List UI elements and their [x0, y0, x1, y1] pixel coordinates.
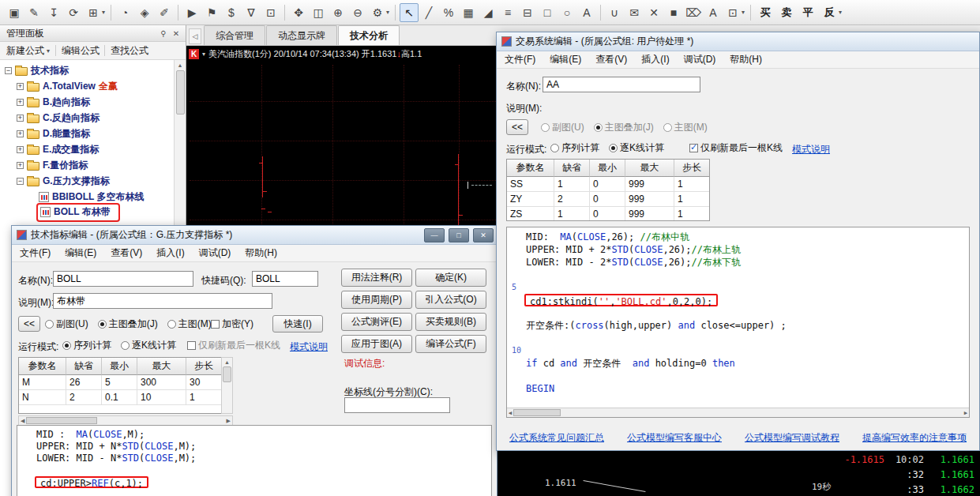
scroll-right-icon[interactable]: ▶ — [227, 418, 231, 424]
edit-formula-link[interactable]: 编辑公式 — [62, 44, 100, 58]
usage-period-button[interactable]: 使用周期(P) — [341, 291, 412, 309]
page-layout-icon[interactable]: ⊞ — [84, 3, 103, 22]
sell-button[interactable]: 卖 — [776, 3, 797, 22]
tree-item[interactable]: +D.能量指标 — [0, 126, 174, 141]
scroll-left-icon[interactable]: ◀ — [21, 418, 24, 424]
expand-icon[interactable]: + — [17, 146, 24, 153]
percent-tool-icon[interactable]: % — [439, 3, 458, 22]
param-cell[interactable]: 0 — [590, 177, 625, 192]
font-color-icon[interactable]: A — [704, 3, 723, 22]
zoom-in-icon[interactable]: ⊕ — [329, 3, 347, 22]
scroll-thumb[interactable] — [513, 409, 561, 416]
param-cell[interactable]: 0.1 — [102, 390, 137, 405]
desc-input[interactable] — [53, 293, 272, 309]
collapse-icon[interactable]: − — [17, 178, 24, 185]
d2-mode-help-link[interactable]: 模式说明 — [792, 143, 830, 156]
quick-button[interactable]: 快速(I) — [272, 315, 323, 333]
expand-icon[interactable]: + — [17, 130, 24, 137]
d1-table-vscroll[interactable]: ▲ — [221, 357, 233, 414]
tree-item[interactable]: +C.反趋向指标 — [0, 110, 174, 126]
param-cell[interactable]: ZS — [507, 207, 554, 221]
param-cell[interactable]: 0 — [590, 192, 625, 207]
panel-box-icon[interactable]: ⊡ — [261, 3, 280, 22]
pin-icon[interactable]: ⚲ — [157, 27, 170, 39]
d1-refresh-checkbox[interactable]: 仅刷新最后一根K线 — [187, 339, 280, 352]
param-cell[interactable]: SS — [507, 177, 554, 192]
snapshot-icon-caret[interactable]: ▾ — [742, 9, 745, 16]
d1-encrypt-checkbox[interactable]: 加密(Y) — [211, 318, 253, 331]
param-cell[interactable]: 300 — [137, 375, 186, 390]
compile-button[interactable]: 编译公式(F) — [415, 335, 486, 353]
move-cross-icon[interactable]: ✥ — [289, 3, 308, 22]
menu-item-i[interactable]: 插入(I) — [156, 246, 184, 260]
collapse-icon[interactable]: − — [5, 67, 12, 74]
d2-sequence-calc-radio[interactable]: 序列计算 — [550, 141, 599, 155]
ellipse-tool-icon[interactable]: ○ — [558, 3, 576, 22]
menu-item-d[interactable]: 调试(D) — [684, 53, 716, 66]
tutorial-link[interactable]: 公式模型编写调试教程 — [745, 431, 839, 445]
d2-main-chart-radio[interactable]: 主图(M) — [663, 121, 708, 134]
zoom-out-icon[interactable]: ⊖ — [348, 3, 367, 22]
tree-item[interactable]: +A.TotalView 全赢 — [0, 78, 174, 94]
refresh-icon[interactable]: ⟳ — [64, 3, 83, 22]
d2-collapse-panel-button[interactable]: << — [506, 119, 528, 135]
new-window-icon[interactable]: ▣ — [5, 3, 24, 22]
param-cell[interactable]: M — [19, 375, 66, 390]
apply-chart-button[interactable]: 应用于图(A) — [341, 335, 412, 353]
tab-scroll-left-button[interactable]: ◁ — [189, 28, 201, 44]
param-cell[interactable]: 999 — [625, 192, 674, 207]
kline-caret-icon[interactable]: ▾ — [202, 51, 205, 58]
d2-refresh-checkbox[interactable]: 仅刷新最后一根K线 — [689, 141, 783, 155]
reverse-button-caret[interactable]: ▾ — [839, 9, 842, 16]
param-cell[interactable]: 1 — [674, 192, 710, 207]
rect-tool-icon[interactable]: □ — [538, 3, 557, 22]
tree-item[interactable]: BBIBOLL 多空布林线 — [0, 189, 174, 205]
grid-tool-icon[interactable]: ⊟ — [518, 3, 537, 22]
param-cell[interactable]: 2 — [554, 192, 590, 207]
param-cell[interactable]: 1 — [554, 207, 590, 221]
d2-sub-chart-radio[interactable]: 副图(U) — [541, 121, 584, 134]
menu-item-h[interactable]: 帮助(H) — [730, 53, 762, 66]
d1-collapse-panel-button[interactable]: << — [18, 316, 40, 332]
ok-button[interactable]: 确定(K) — [415, 269, 486, 287]
d1-code[interactable]: MID : MA(CLOSE,M);UPPER: MID + N*STD(CLO… — [17, 425, 492, 496]
d1-minimize-button[interactable]: — — [424, 228, 445, 242]
tab-composite-management[interactable]: 综合管理 — [204, 25, 265, 45]
compose-icon[interactable]: ✐ — [155, 3, 174, 22]
settings-gear-icon-caret[interactable]: ▾ — [386, 9, 389, 16]
param-cell[interactable]: 0 — [590, 207, 625, 221]
shortcut-input[interactable] — [252, 271, 318, 287]
d2-main-overlay-radio[interactable]: 主图叠加(J) — [594, 121, 654, 134]
menu-item-f[interactable]: 文件(F) — [20, 246, 51, 260]
delete-drawing-icon[interactable]: ✕ — [644, 3, 663, 22]
diamond-icon[interactable]: ◈ — [135, 3, 154, 22]
menu-item-h[interactable]: 帮助(H) — [245, 246, 277, 260]
tree-item[interactable]: −技术指标 — [0, 62, 174, 78]
d2-name-input[interactable] — [543, 77, 700, 92]
new-formula-link[interactable]: 新建公式 — [6, 44, 44, 58]
service-link[interactable]: 公式模型编写客服中心 — [627, 431, 722, 445]
d1-titlebar[interactable]: 技术指标编辑 - (所属公式组：G.压力支撑指标 *) — □ ✕ — [12, 226, 497, 245]
hlines-tool-icon[interactable]: ≡ — [498, 3, 517, 22]
close-position-button[interactable]: 平 — [798, 3, 818, 22]
import-formula-button[interactable]: 引入公式(O) — [415, 291, 486, 309]
d2-per-bar-calc-radio[interactable]: 逐K线计算 — [609, 141, 664, 155]
pattern-tool-icon[interactable]: ▦ — [459, 3, 478, 22]
tree-item[interactable]: BOLL 布林带 — [0, 205, 174, 220]
faq-link[interactable]: 公式系统常见问题汇总 — [509, 431, 604, 445]
d1-main-chart-radio[interactable]: 主图(M) — [167, 318, 212, 331]
snapshot-icon[interactable]: ⊡ — [723, 3, 742, 22]
callout-icon[interactable]: ✉ — [625, 3, 644, 22]
param-cell[interactable]: N — [19, 390, 66, 405]
expand-icon[interactable]: + — [17, 115, 24, 122]
d2-code[interactable]: ◀ ▶ MID: MA(CLOSE,26); //布林中轨UPPER: MID … — [506, 227, 970, 418]
param-cell[interactable]: 1 — [554, 177, 590, 192]
fund-dollar-icon[interactable]: $ — [222, 3, 241, 22]
tree-item[interactable]: +F.量价指标 — [0, 157, 174, 173]
param-cell[interactable]: 1 — [186, 390, 222, 405]
menu-item-f[interactable]: 文件(F) — [505, 53, 535, 66]
scroll-thumb[interactable] — [26, 417, 97, 424]
menu-item-e[interactable]: 编辑(E) — [65, 246, 96, 260]
scroll-left-icon[interactable]: ◀ — [509, 410, 512, 416]
tab-quote-board[interactable]: 动态显示牌 — [266, 25, 337, 45]
